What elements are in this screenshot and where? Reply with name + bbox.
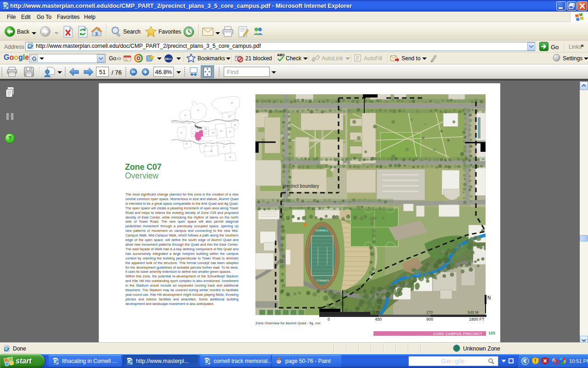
svg-text:16: 16: [228, 116, 230, 118]
svg-text:17: 17: [223, 146, 225, 148]
svg-text:7: 7: [201, 133, 202, 135]
svg-text:10: 10: [220, 130, 222, 132]
svg-text:20: 20: [234, 124, 236, 126]
svg-text:DELL: DELL: [165, 58, 172, 60]
svg-text:21: 21: [229, 131, 231, 133]
svg-text:540 M: 540 M: [468, 310, 479, 315]
svg-text:1: 1: [192, 128, 193, 130]
svg-text:6: 6: [197, 133, 198, 135]
svg-text:2: 2: [192, 133, 193, 135]
svg-text:CORNELL: CORNELL: [316, 229, 328, 232]
svg-text:5: 5: [201, 128, 202, 130]
svg-text:13: 13: [197, 109, 199, 111]
svg-text:18: 18: [210, 150, 212, 152]
svg-text:12: 12: [184, 115, 186, 116]
svg-text:19: 19: [204, 145, 206, 147]
svg-text:135: 135: [373, 310, 379, 315]
svg-text:22: 22: [231, 102, 233, 104]
svg-text:4.5: 4.5: [212, 132, 215, 134]
svg-text:precinct boundary: precinct boundary: [283, 184, 319, 189]
svg-text:14: 14: [205, 128, 207, 130]
svg-text:270: 270: [426, 310, 433, 315]
svg-text:CORNELL: CORNELL: [316, 279, 328, 282]
svg-text:11: 11: [181, 132, 182, 134]
svg-text:18: 18: [229, 156, 231, 158]
svg-text:8: 8: [205, 133, 206, 135]
svg-text:15: 15: [186, 143, 187, 145]
svg-text:4: 4: [197, 128, 198, 130]
svg-text:?: ?: [8, 135, 12, 142]
